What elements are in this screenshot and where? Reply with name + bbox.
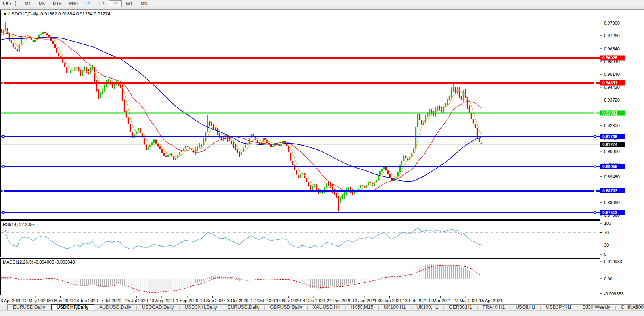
chart-tab-gbpusd-daily[interactable]: GBPUSD,Daily [265, 305, 307, 310]
date-label: 15 Apr 2021 [473, 298, 509, 303]
date-label: 13 Aug 2020 [144, 298, 180, 303]
hline-price-tag: 0.90055 [600, 164, 625, 169]
chart-tab-uk100-h1[interactable]: UK100,H1 [379, 305, 410, 310]
timeframe-m1-button[interactable]: M1 [21, 0, 34, 7]
status-strip [0, 310, 644, 316]
price-tick-label: 0.94420 [604, 85, 620, 90]
rsi-indicator-pane[interactable] [0, 220, 600, 257]
date-label: 18 Feb 2021 [397, 298, 433, 303]
price-tick-label: 0.93020 [604, 110, 620, 115]
timeframe-toolbar: ▾ M1M5M15M30H1H4D1W1MN [0, 0, 644, 7]
chart-tab-xauusd-h4[interactable]: XAUUSD,H4 [308, 305, 345, 310]
chart-tab-active-usdchf-daily[interactable]: USDCHF,Daily [51, 304, 94, 310]
hline-price-tag: 0.94651 [600, 80, 625, 86]
timeframe-w1-button[interactable]: W1 [123, 0, 136, 7]
hline-price-tag: 0.91709 [600, 134, 625, 139]
date-label: 7 Jul 2020 [93, 298, 129, 303]
price-tick-label: 0.96540 [604, 46, 620, 51]
chart-tab-ger30-h1[interactable]: GER30,H1 [444, 305, 477, 310]
timeframe-d1-button[interactable]: D1 [109, 0, 122, 7]
rsi-tick-label: 100 [604, 221, 611, 226]
price-tick-label: 0.91600 [604, 136, 620, 141]
price-tick-label: 0.88760 [604, 188, 620, 192]
date-label: 14 Nov 2020 [270, 298, 306, 303]
tab-scroll-right-button[interactable]: ► [640, 305, 643, 308]
price-chart-pane[interactable] [0, 10, 600, 220]
macd-tick-label: 0.010933 [604, 259, 622, 264]
chart-tab-eurusd-daily[interactable]: EURUSD,Daily [7, 304, 51, 310]
price-tick-label: 0.90880 [604, 149, 620, 154]
price-tick-label: 0.92300 [604, 123, 620, 128]
date-label: 30 May 2020 [43, 298, 79, 303]
rsi-tick-label: 70 [604, 230, 609, 235]
macd-tick-label: -0.009653 [604, 291, 624, 296]
timeframe-mn-button[interactable]: MN [137, 0, 151, 7]
tab-scroll-left-button[interactable]: ◄ [634, 305, 638, 308]
macd-indicator-pane[interactable] [0, 258, 600, 295]
chart-tab-usdcnh-daily[interactable]: USDCNH,Daily [180, 305, 221, 310]
date-label: 12 May 2020 [17, 298, 53, 303]
date-label: 27 Oct 2020 [245, 298, 281, 303]
trading-terminal-window: ▾ M1M5M15M30H1H4D1W1MN ▼USDCHF,Daily0.91… [0, 0, 644, 316]
price-tick-label: 0.97260 [604, 33, 620, 38]
timeframe-m15-button[interactable]: M15 [49, 0, 65, 7]
price-tick-label: 0.88060 [604, 200, 620, 205]
date-label: 22 Dec 2020 [321, 298, 357, 303]
date-label: 27 Mar 2021 [448, 298, 483, 303]
chart-tab-uk100-h1[interactable]: UK100,H1 [412, 305, 443, 310]
timeframe-h4-button[interactable]: H4 [96, 0, 108, 7]
date-label: 30 Jan 2021 [372, 298, 408, 303]
date-label: 8 Oct 2020 [220, 298, 256, 303]
current-price-tag: 0.91274 [600, 142, 625, 147]
chevron-down-icon: ▾ [10, 2, 12, 6]
date-label: 19 Sep 2020 [195, 298, 230, 303]
chart-tab-usoil-h1[interactable]: USOil,H1 [511, 305, 540, 310]
timeframe-m5-button[interactable]: M5 [35, 0, 48, 7]
rsi-tick-label: 30 [604, 243, 609, 247]
date-label: 1 Sep 2020 [169, 298, 205, 303]
chart-tab-usdjpy-h1[interactable]: USDJPY,H1 [541, 305, 576, 310]
price-tick-label: 0.89480 [604, 174, 620, 179]
timeframe-m30-button[interactable]: M30 [66, 0, 81, 7]
window-splitter[interactable] [0, 7, 644, 10]
tab-scroll-controls: ◄ ► [634, 305, 643, 308]
price-tick-label: 0.95140 [604, 72, 620, 77]
toolbar-grip[interactable] [15, 1, 18, 6]
hline-price-tag: 0.87513 [600, 210, 625, 215]
price-tick-label: 0.97960 [604, 21, 620, 25]
chart-tabs-bar: EURUSD,DailyUSDCHF,DailyAUDUSD,Daily|USD… [0, 304, 644, 310]
price-tick-label: 0.95840 [604, 59, 620, 64]
chart-tab-group: AUDUSD,Daily|USDCAD,Daily|USDCNH,Daily|E… [94, 304, 644, 310]
chart-tab-usdcad-daily[interactable]: USDCAD,Daily [137, 305, 179, 310]
timeframe-h1-button[interactable]: H1 [82, 0, 95, 7]
chart-tab-dj30-weekly[interactable]: DJ30,Weekly [577, 305, 615, 310]
date-label: 18 Jun 2020 [68, 298, 104, 303]
chart-tab-hk50-m15[interactable]: HK50,M15 [346, 305, 378, 310]
date-label: 12 Jan 2021 [347, 298, 382, 303]
chart-tab-audusd-daily[interactable]: AUDUSD,Daily [94, 305, 136, 310]
macd-tick-label: 0.00 [604, 276, 612, 281]
date-label: 25 Jul 2020 [119, 298, 154, 303]
price-tick-label: 0.90180 [604, 162, 620, 167]
hline-price-tag: 0.93001 [600, 110, 625, 115]
chart-type-tool[interactable]: ▾ [2, 1, 13, 7]
price-tick-label: 0.93720 [604, 98, 620, 102]
candlestick-chart-icon [3, 1, 9, 7]
date-label: 3 Dec 2020 [296, 298, 332, 303]
rsi-tick-label: 0 [604, 252, 606, 257]
chart-tab-eurusd-daily[interactable]: EURUSD,Daily [223, 305, 264, 310]
hline-price-tag: 0.96026 [600, 56, 625, 61]
timeframe-buttons: M1M5M15M30H1H4D1W1MN [21, 0, 151, 7]
date-label: 9 Mar 2021 [422, 298, 458, 303]
chart-tab-fra40-h1[interactable]: FRA40,H1 [478, 305, 510, 310]
hline-price-tag: 0.88703 [600, 188, 625, 193]
date-label: 23 Apr 2020 [0, 298, 28, 303]
price-tick-label: 0.87360 [604, 213, 620, 218]
